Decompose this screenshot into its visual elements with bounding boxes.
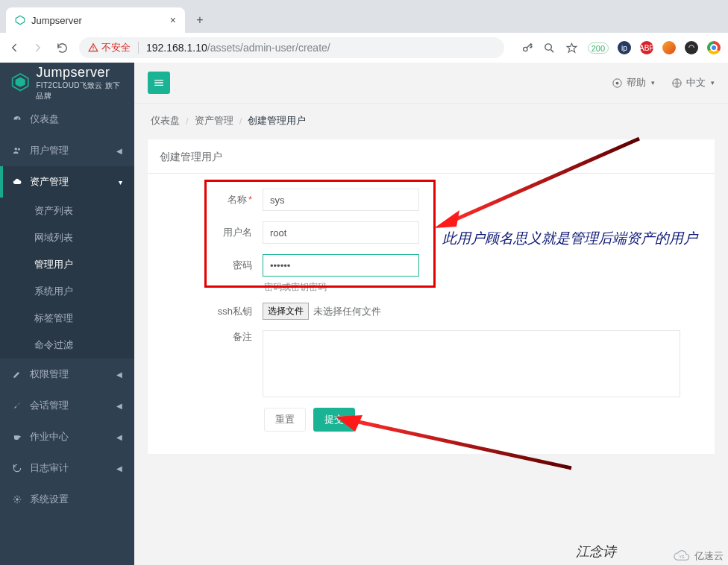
topbar: 帮助▾ 中文▾	[134, 63, 728, 104]
sidebar-label: 会话管理	[30, 399, 69, 412]
address-bar: 不安全 192.168.1.10/assets/admin-user/creat…	[0, 33, 728, 63]
brand-name: Jumpserver	[36, 66, 124, 79]
svg-line-5	[551, 49, 554, 52]
subitem-admin-user[interactable]: 管理用户	[0, 251, 134, 278]
button-row: 重置 提交	[264, 408, 697, 432]
breadcrumb-item[interactable]: 仪表盘	[151, 114, 180, 127]
ext-dark-icon[interactable]	[685, 41, 698, 54]
ext-abp-icon[interactable]: ABP	[640, 41, 653, 54]
sidebar-label: 权限管理	[30, 367, 69, 381]
brand-block: Jumpserver FIT2CLOUD飞致云 旗下品牌	[0, 63, 134, 104]
sidebar-label: 资产管理	[30, 175, 69, 189]
sidebar-label: 作业中心	[30, 430, 69, 444]
lang-link[interactable]: 中文▾	[671, 76, 715, 89]
svg-point-11	[16, 498, 19, 501]
subitem-asset-list[interactable]: 资产列表	[0, 198, 134, 224]
address-bar-right: 200 ip ABP	[521, 41, 721, 54]
ext-chrome-icon[interactable]	[707, 41, 721, 54]
tab-title: Jumpserver	[31, 15, 82, 26]
url-text: 192.168.1.10/assets/admin-user/create/	[146, 42, 330, 54]
panel-title: 创建管理用户	[148, 142, 715, 174]
sidebar-label: 系统设置	[30, 493, 69, 506]
sidebar-item-sessions[interactable]: 会话管理 ◀	[0, 390, 134, 421]
remark-textarea[interactable]	[263, 330, 680, 397]
history-icon	[12, 463, 22, 473]
gears-icon	[12, 494, 22, 505]
sidebar-item-perms[interactable]: 权限管理 ◀	[0, 359, 134, 390]
rocket-icon	[12, 400, 22, 411]
help-link[interactable]: 帮助▾	[612, 76, 655, 89]
users-icon	[12, 145, 22, 156]
password-help: 密码或密钥密码	[264, 281, 697, 294]
file-select-button[interactable]: 选择文件	[263, 303, 309, 320]
sidebar-item-users[interactable]: 用户管理 ◀	[0, 135, 134, 166]
status-200-badge: 200	[588, 42, 609, 54]
new-tab-button[interactable]: +	[189, 10, 210, 31]
chevron-left-icon: ◀	[116, 402, 122, 410]
nav-back-icon[interactable]	[7, 41, 21, 54]
url-field[interactable]: 不安全 192.168.1.10/assets/admin-user/creat…	[79, 37, 504, 58]
search-lens-icon[interactable]	[543, 41, 556, 54]
breadcrumb-item[interactable]: 资产管理	[195, 114, 233, 127]
sidebar-item-dashboard[interactable]: 仪表盘	[0, 104, 134, 135]
svg-point-13	[616, 81, 619, 84]
subitem-system-user[interactable]: 系统用户	[0, 278, 134, 305]
browser-tab[interactable]: Jumpserver ×	[6, 7, 185, 33]
sidebar-toggle-button[interactable]	[148, 72, 170, 94]
sidebar-item-logs[interactable]: 日志审计 ◀	[0, 452, 134, 484]
ext-ip-icon[interactable]: ip	[618, 41, 631, 54]
row-sshkey: ssh私钥 选择文件 未选择任何文件	[166, 303, 697, 320]
ext-orange-icon[interactable]	[662, 41, 676, 54]
svg-marker-0	[16, 16, 25, 25]
insecure-badge: 不安全	[88, 41, 131, 54]
name-input[interactable]	[263, 189, 419, 211]
sidebar-nav: 仪表盘 用户管理 ◀ 资产管理 ▾	[0, 104, 134, 198]
password-input[interactable]	[263, 254, 419, 277]
dashboard-icon	[12, 114, 22, 124]
submit-button[interactable]: 提交	[313, 408, 355, 432]
username-label: 用户名	[166, 226, 263, 239]
row-remark: 备注	[166, 330, 697, 397]
bookmark-star-icon[interactable]	[565, 41, 579, 54]
sshkey-label: ssh私钥	[166, 305, 263, 318]
sidebar: Jumpserver FIT2CLOUD飞致云 旗下品牌 仪表盘 用户管理 ◀ …	[0, 63, 134, 565]
tab-strip: Jumpserver × +	[0, 0, 728, 33]
brand-sub: FIT2CLOUD飞致云 旗下品牌	[36, 81, 124, 101]
svg-point-3	[523, 47, 527, 51]
reset-button[interactable]: 重置	[264, 408, 306, 432]
nav-reload-icon[interactable]	[55, 41, 69, 54]
remark-label: 备注	[166, 330, 263, 344]
subitem-domain-list[interactable]: 网域列表	[0, 224, 134, 251]
chevron-left-icon: ◀	[116, 147, 122, 155]
content-area: 帮助▾ 中文▾ 仪表盘 / 资产管理 / 创建管理用户 创建管理用户 名称*	[134, 63, 728, 565]
sidebar-label: 仪表盘	[30, 113, 59, 126]
cloud-icon	[12, 177, 22, 187]
coffee-icon	[12, 432, 22, 442]
svg-marker-7	[16, 77, 25, 86]
key-icon[interactable]	[521, 41, 534, 54]
row-password: 密码	[166, 254, 697, 277]
name-label: 名称*	[166, 193, 263, 206]
insecure-label: 不安全	[101, 41, 131, 54]
sidebar-subnav-assets: 资产列表 网域列表 管理用户 系统用户 标签管理 命令过滤	[0, 198, 134, 359]
subitem-cmd-filter[interactable]: 命令过滤	[0, 332, 134, 359]
browser-chrome: Jumpserver × + 不安全 192.168.1.10/assets/a…	[0, 0, 728, 63]
brand-logo-icon	[10, 72, 30, 95]
sidebar-item-assets[interactable]: 资产管理 ▾	[0, 166, 134, 198]
file-none-text: 未选择任何文件	[313, 305, 381, 318]
tab-close-icon[interactable]: ×	[170, 14, 176, 26]
chevron-left-icon: ◀	[116, 464, 122, 473]
svg-point-2	[92, 49, 93, 50]
svg-point-9	[15, 148, 18, 151]
tab-favicon-icon	[15, 15, 25, 25]
sidebar-item-ops[interactable]: 作业中心 ◀	[0, 421, 134, 452]
edit-icon	[12, 369, 22, 379]
sidebar-item-settings[interactable]: 系统设置	[0, 484, 134, 515]
sidebar-label: 用户管理	[30, 144, 69, 157]
breadcrumb-item: 创建管理用户	[248, 114, 306, 127]
svg-point-10	[18, 148, 20, 151]
subitem-label-mgmt[interactable]: 标签管理	[0, 305, 134, 332]
nav-forward-icon	[31, 41, 45, 54]
chevron-down-icon: ▾	[119, 178, 122, 186]
username-input[interactable]	[263, 221, 419, 244]
